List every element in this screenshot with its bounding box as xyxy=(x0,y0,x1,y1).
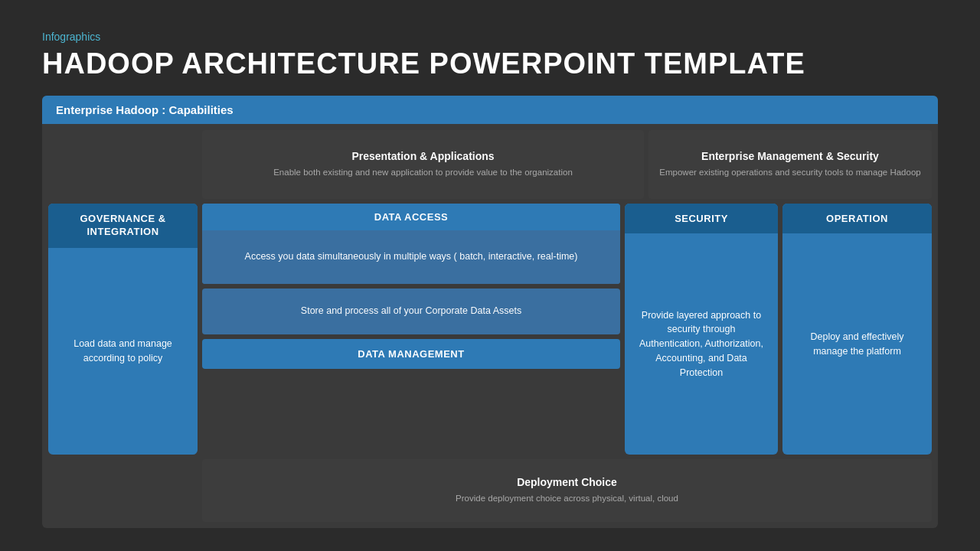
store-process-box: Store and process all of your Corporate … xyxy=(202,289,620,334)
presentation-box: Presentation & Applications Enable both … xyxy=(202,130,644,199)
deployment-box: Deployment Choice Provide deployment cho… xyxy=(202,459,932,522)
operation-header: OPERATION xyxy=(782,204,932,233)
data-access-header-text: DATA ACCESS xyxy=(210,211,612,223)
enterprise-mgmt-title: Enterprise Management & Security xyxy=(701,150,879,162)
governance-body: Load data and manage according to policy xyxy=(48,248,198,455)
page: Infographics HADOOP ARCHITECTURE POWERPO… xyxy=(0,0,980,551)
security-header: SECURITY xyxy=(625,204,778,233)
data-access-text: Access you data simultaneously in multip… xyxy=(245,250,578,264)
governance-header: GOVERNANCE & INTEGRATION xyxy=(48,204,198,248)
deployment-title: Deployment Choice xyxy=(517,476,617,488)
center-column: DATA ACCESS Access you data simultaneous… xyxy=(202,204,620,455)
governance-header-text: GOVERNANCE & INTEGRATION xyxy=(54,213,191,239)
governance-body-text: Load data and manage according to policy xyxy=(60,337,186,366)
data-access-box: DATA ACCESS Access you data simultaneous… xyxy=(202,204,620,284)
data-management-box: DATA MANAGEMENT xyxy=(202,339,620,369)
top-left-spacer xyxy=(48,130,198,199)
capabilities-header: Enterprise Hadoop : Capabilities xyxy=(42,96,938,124)
enterprise-mgmt-box: Enterprise Management & Security Empower… xyxy=(648,130,932,199)
subtitle: Infographics xyxy=(42,31,938,43)
data-access-body: Access you data simultaneously in multip… xyxy=(202,230,620,284)
operation-body-text: Deploy and effectively manage the platfo… xyxy=(794,330,920,359)
security-body-text: Provide layered approach to security thr… xyxy=(636,308,766,380)
deployment-desc: Provide deployment choice across physica… xyxy=(456,492,678,504)
bottom-row: Deployment Choice Provide deployment cho… xyxy=(48,459,932,522)
data-access-header: DATA ACCESS xyxy=(202,204,620,230)
presentation-desc: Enable both existing and new application… xyxy=(273,166,573,178)
middle-row: GOVERNANCE & INTEGRATION Load data and m… xyxy=(48,204,932,455)
presentation-title: Presentation & Applications xyxy=(351,150,494,162)
operation-header-text: OPERATION xyxy=(789,213,926,224)
security-body: Provide layered approach to security thr… xyxy=(625,233,778,455)
governance-column: GOVERNANCE & INTEGRATION Load data and m… xyxy=(48,204,198,455)
diagram-body: Presentation & Applications Enable both … xyxy=(42,124,938,528)
store-process-text: Store and process all of your Corporate … xyxy=(301,305,521,318)
operation-body: Deploy and effectively manage the platfo… xyxy=(782,233,932,455)
data-management-text: DATA MANAGEMENT xyxy=(211,348,611,360)
top-row: Presentation & Applications Enable both … xyxy=(48,130,932,199)
main-title: HADOOP ARCHITECTURE POWERPOINT TEMPLATE xyxy=(42,47,938,80)
security-header-text: SECURITY xyxy=(631,213,772,224)
security-column: SECURITY Provide layered approach to sec… xyxy=(625,204,778,455)
bottom-left-spacer xyxy=(48,459,198,522)
diagram-container: Enterprise Hadoop : Capabilities Present… xyxy=(42,96,938,528)
enterprise-mgmt-desc: Empower existing operations and security… xyxy=(659,166,920,178)
operation-column: OPERATION Deploy and effectively manage … xyxy=(782,204,932,455)
